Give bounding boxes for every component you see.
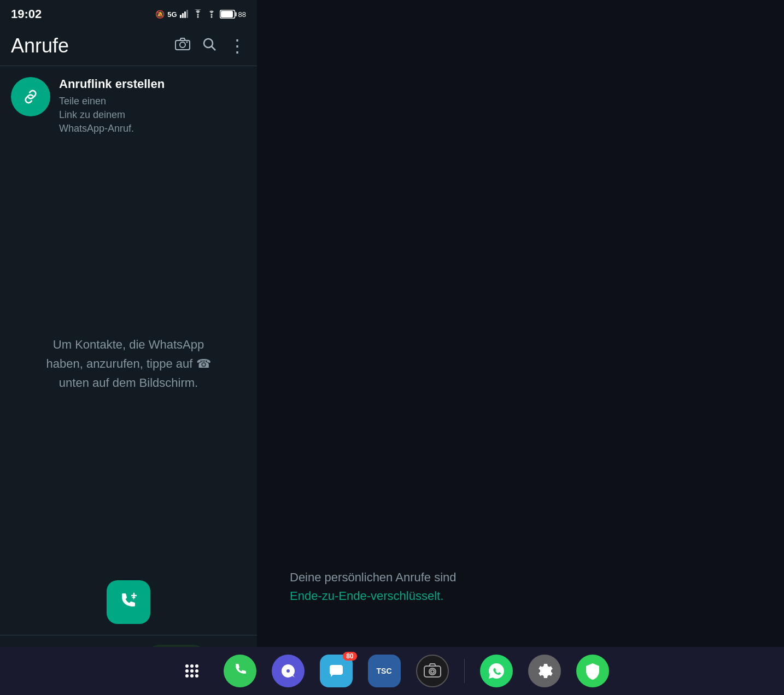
- status-bar: 19:02 🔕 5G: [0, 0, 257, 26]
- dock-grid-button[interactable]: [175, 655, 208, 687]
- right-panel: Deine persönlichen Anrufe sind Ende-zu-E…: [257, 0, 784, 647]
- svg-point-30: [195, 664, 198, 668]
- dock-phone-app[interactable]: [224, 655, 256, 687]
- call-link-avatar: [11, 77, 50, 116]
- search-icon[interactable]: [202, 37, 217, 55]
- dock-beeper-app[interactable]: [272, 655, 305, 687]
- encryption-text-line1: Deine persönlichen Anrufe sind: [290, 570, 457, 585]
- svg-rect-3: [186, 10, 188, 18]
- dock-settings-app[interactable]: [528, 655, 561, 687]
- tsc-label: TSC: [377, 667, 392, 675]
- empty-state-text: Um Kontakte, die WhatsApp haben, anzuruf…: [36, 335, 221, 393]
- encryption-info: Deine persönlichen Anrufe sind Ende-zu-E…: [257, 570, 784, 603]
- dock-messages-app[interactable]: 80: [320, 655, 353, 687]
- phone-inline-icon: ☎: [196, 357, 211, 370]
- battery-icon: 88: [220, 10, 246, 19]
- svg-point-29: [190, 664, 194, 668]
- call-link-subtitle: Teile einenLink zu deinemWhatsApp-Anruf.: [59, 95, 165, 136]
- dock-separator: [464, 659, 465, 683]
- system-dock: 80 TSC: [0, 647, 784, 695]
- status-icons: 🔕 5G: [155, 9, 246, 20]
- svg-point-5: [210, 16, 212, 17]
- dock-camera-app[interactable]: [416, 655, 449, 687]
- svg-rect-7: [235, 12, 237, 16]
- messages-badge: 80: [343, 652, 356, 661]
- svg-point-11: [186, 41, 188, 43]
- svg-point-39: [429, 668, 436, 675]
- svg-point-36: [195, 674, 198, 678]
- svg-rect-8: [221, 11, 233, 17]
- svg-point-37: [286, 669, 290, 673]
- svg-point-31: [185, 669, 189, 673]
- add-call-fab[interactable]: +: [107, 580, 150, 624]
- dock-whatsapp-app[interactable]: [480, 655, 513, 687]
- svg-rect-0: [180, 15, 182, 18]
- svg-point-34: [185, 674, 189, 678]
- svg-point-40: [431, 670, 434, 673]
- left-panel: 19:02 🔕 5G: [0, 0, 257, 695]
- svg-point-4: [197, 16, 198, 17]
- page-title: Anrufe: [11, 34, 69, 57]
- app-header: Anrufe ⋮: [0, 26, 257, 66]
- svg-rect-1: [182, 13, 184, 18]
- encryption-text-line2: Ende-zu-Ende-verschlüsselt.: [290, 589, 443, 603]
- more-menu-icon[interactable]: ⋮: [229, 37, 246, 55]
- dock-shield-app[interactable]: [576, 655, 609, 687]
- call-link-title: Anruflink erstellen: [59, 77, 165, 91]
- dock-tsc-app[interactable]: TSC: [368, 655, 401, 687]
- svg-point-12: [204, 39, 213, 48]
- svg-point-32: [190, 669, 194, 673]
- empty-state: Um Kontakte, die WhatsApp haben, anzuruf…: [0, 147, 257, 580]
- wifi-icon: [192, 9, 203, 20]
- call-link-item[interactable]: Anruflink erstellen Teile einenLink zu d…: [0, 66, 257, 147]
- status-time: 19:02: [11, 7, 42, 21]
- fab-container: +: [0, 580, 257, 635]
- signal-bars-icon: [180, 9, 190, 20]
- svg-point-35: [190, 674, 194, 678]
- svg-rect-2: [184, 11, 186, 18]
- mute-icon: 🔕: [155, 10, 165, 19]
- camera-icon[interactable]: [175, 38, 190, 55]
- svg-point-33: [195, 669, 198, 673]
- svg-point-10: [180, 42, 185, 48]
- header-icons: ⋮: [175, 37, 246, 55]
- call-link-text: Anruflink erstellen Teile einenLink zu d…: [59, 77, 165, 136]
- battery-level: 88: [238, 10, 246, 19]
- signal-icon: 5G: [167, 10, 177, 19]
- wifi2-icon: [206, 9, 217, 20]
- svg-point-28: [185, 664, 189, 668]
